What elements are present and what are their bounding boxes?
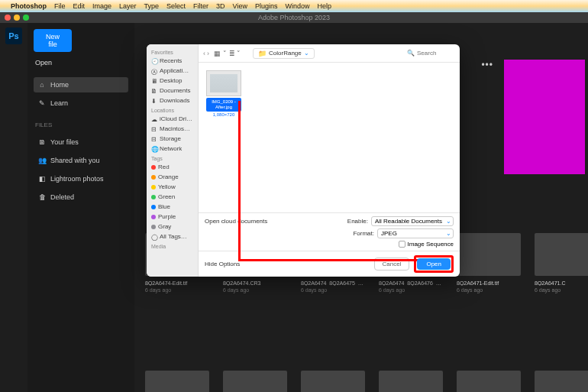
menu-type[interactable]: Type xyxy=(144,2,160,10)
tag-purple[interactable]: Purple xyxy=(147,212,198,222)
back-button[interactable]: ‹ xyxy=(203,50,205,57)
tag-yellow[interactable]: Yellow xyxy=(147,182,198,192)
new-file-button[interactable]: New file xyxy=(34,29,72,52)
recent-thumb-placeholder[interactable] xyxy=(504,60,585,174)
gray-dot-icon xyxy=(151,225,156,229)
menu-filter[interactable]: Filter xyxy=(193,2,208,10)
checkbox-icon xyxy=(399,241,405,248)
close-window-button[interactable] xyxy=(5,15,11,21)
recent-file[interactable]: 8Q2A6471.C6 days ago xyxy=(535,233,588,293)
menubar-app[interactable]: Photoshop xyxy=(11,2,47,10)
more-menu[interactable]: ••• xyxy=(481,60,493,70)
group-button[interactable]: ≣ ˅ xyxy=(229,50,241,57)
orange-dot-icon xyxy=(151,175,156,180)
open-cloud-button[interactable]: Open cloud documents xyxy=(205,218,267,225)
menu-file[interactable]: File xyxy=(54,2,66,10)
chevron-icon: ⌄ xyxy=(446,230,451,237)
search-input[interactable] xyxy=(417,50,455,57)
annotation-highlight: Open xyxy=(414,255,454,273)
sidebar-downloads[interactable]: ⬇Downloads xyxy=(147,96,198,105)
file-name: IMG_0209 - After.jpg xyxy=(206,98,241,112)
menu-view[interactable]: View xyxy=(233,2,247,10)
macos-menubar[interactable]: Photoshop File Edit Image Layer Type Sel… xyxy=(0,0,588,12)
menu-edit[interactable]: Edit xyxy=(73,2,86,10)
menu-help[interactable]: Help xyxy=(318,2,332,10)
tag-gray[interactable]: Gray xyxy=(147,222,198,232)
open-button[interactable]: Open xyxy=(35,59,128,66)
enable-label: Enable: xyxy=(347,218,368,225)
folder-selector[interactable]: 📁 ColorRange ⌄ xyxy=(253,48,315,59)
annotation-line xyxy=(238,101,241,261)
hide-options-button[interactable]: Hide Options xyxy=(205,261,240,267)
enable-select[interactable]: All Readable Documents⌄ xyxy=(371,216,454,226)
downloads-icon: ⬇ xyxy=(151,98,157,104)
nav-lightroom[interactable]: ◧Lightroom photos xyxy=(34,171,128,186)
sidebar-macintosh[interactable]: ⊟Macintos… xyxy=(147,124,198,134)
recent-file[interactable] xyxy=(223,371,287,392)
network-icon: 🌐 xyxy=(151,146,157,152)
recent-file[interactable]: 8Q2A6471-Edit.tif6 days ago xyxy=(457,233,521,293)
sidebar-section-favorites: Favorites xyxy=(147,47,198,56)
recent-file[interactable] xyxy=(379,371,443,392)
nav-home[interactable]: ⌂Home xyxy=(34,77,128,92)
recent-files-row-2 xyxy=(145,371,588,392)
tag-green[interactable]: Green xyxy=(147,192,198,202)
app-toolbar: Ps xyxy=(0,23,27,392)
photoshop-logo[interactable]: Ps xyxy=(5,28,22,44)
menu-plugins[interactable]: Plugins xyxy=(255,2,278,10)
view-buttons: ▦ ˅ ≣ ˅ xyxy=(214,50,241,57)
documents-icon: 🗎 xyxy=(151,88,157,94)
trash-icon: 🗑 xyxy=(38,193,46,201)
window-titlebar: Adobe Photoshop 2023 xyxy=(0,12,588,23)
tags-icon: ◯ xyxy=(151,234,157,240)
recent-file[interactable] xyxy=(301,371,365,392)
format-select[interactable]: JPEG⌄ xyxy=(377,228,454,238)
menu-image[interactable]: Image xyxy=(92,2,111,10)
learn-icon: ✎ xyxy=(38,99,46,107)
clock-icon: 🕘 xyxy=(151,58,157,64)
forward-button[interactable]: › xyxy=(207,50,209,57)
tag-orange[interactable]: Orange xyxy=(147,172,198,182)
tag-blue[interactable]: Blue xyxy=(147,202,198,212)
tag-all[interactable]: ◯All Tags… xyxy=(147,232,198,241)
home-icon: ⌂ xyxy=(38,81,46,89)
icon-view-button[interactable]: ▦ ˅ xyxy=(214,50,227,57)
image-sequence-checkbox[interactable]: Image Sequence xyxy=(347,241,454,248)
red-dot-icon xyxy=(151,165,156,170)
sidebar-icloud[interactable]: ☁iCloud Dri… xyxy=(147,114,198,124)
annotation-line xyxy=(238,259,429,261)
blue-dot-icon xyxy=(151,205,156,209)
menu-layer[interactable]: Layer xyxy=(119,2,137,10)
menu-window[interactable]: Window xyxy=(286,2,310,10)
sidebar-network[interactable]: 🌐Network xyxy=(147,144,198,154)
sidebar-documents[interactable]: 🗎Documents xyxy=(147,86,198,96)
sidebar-section-tags: Tags xyxy=(147,154,198,162)
file-dimensions: 1,080×720 xyxy=(206,112,241,117)
nav-learn[interactable]: ✎Learn xyxy=(34,96,128,111)
lightroom-icon: ◧ xyxy=(38,175,46,183)
sidebar-applications[interactable]: ⒶApplicati… xyxy=(147,66,198,76)
open-button[interactable]: Open xyxy=(417,258,451,270)
minimize-window-button[interactable] xyxy=(14,15,20,21)
nav-shared[interactable]: 👥Shared with you xyxy=(34,153,128,168)
file-item-selected[interactable]: IMG_0209 - After.jpg 1,080×720 xyxy=(206,70,241,117)
green-dot-icon xyxy=(151,195,156,199)
nav-your-files[interactable]: 🗎Your files xyxy=(34,134,128,150)
recent-file[interactable] xyxy=(145,371,209,392)
menu-select[interactable]: Select xyxy=(166,2,186,10)
disk-icon: ⊟ xyxy=(151,126,157,132)
dialog-file-area[interactable]: IMG_0209 - After.jpg 1,080×720 xyxy=(199,63,460,212)
search-icon: 🔍 xyxy=(407,50,415,57)
nav-deleted[interactable]: 🗑Deleted xyxy=(34,190,128,205)
sidebar-desktop[interactable]: 🖥Desktop xyxy=(147,76,198,86)
menu-3d[interactable]: 3D xyxy=(216,2,225,10)
sidebar-recents[interactable]: 🕘Recents xyxy=(147,56,198,66)
tag-red[interactable]: Red xyxy=(147,162,198,172)
apps-icon: Ⓐ xyxy=(151,68,157,74)
recent-file[interactable] xyxy=(535,371,588,392)
search-field[interactable]: 🔍 xyxy=(407,50,455,57)
recent-file[interactable] xyxy=(457,371,521,392)
sidebar-storage[interactable]: ⊟Storage xyxy=(147,134,198,144)
maximize-window-button[interactable] xyxy=(23,15,29,21)
disk-icon: ⊟ xyxy=(151,136,157,142)
